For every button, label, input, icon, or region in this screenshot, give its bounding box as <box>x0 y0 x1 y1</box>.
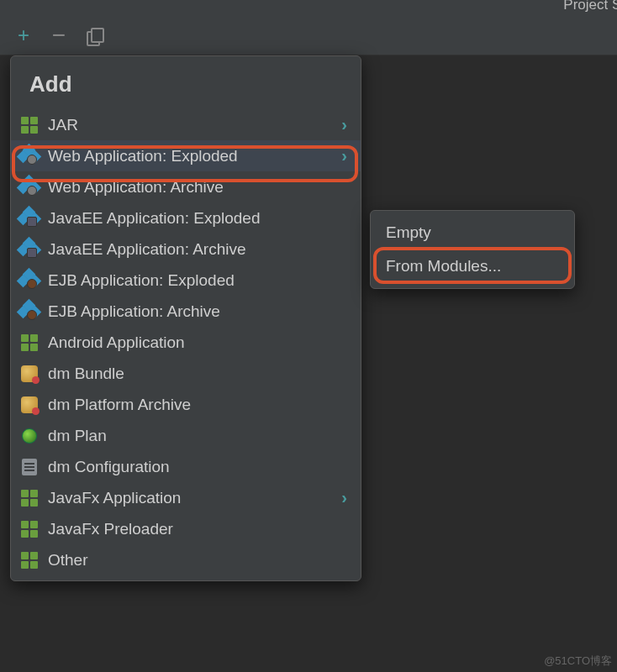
menu-item-label: JavaFx Preloader <box>48 520 352 538</box>
menu-item[interactable]: dm Configuration <box>11 451 361 482</box>
menu-item[interactable]: dm Platform Archive <box>11 389 361 420</box>
menu-item-label: JAR <box>48 116 341 134</box>
menu-item-label: dm Platform Archive <box>48 396 352 414</box>
ejb-icon <box>19 270 40 291</box>
menu-item[interactable]: JavaFx Application› <box>11 482 361 513</box>
toolbar: + − <box>0 15 617 55</box>
remove-button[interactable]: − <box>50 27 67 44</box>
menu-item[interactable]: JavaFx Preloader <box>11 513 361 544</box>
menu-item-label: EJB Application: Exploded <box>48 271 352 290</box>
plan-icon <box>19 426 40 446</box>
menu-item-label: JavaEE Application: Exploded <box>48 209 352 228</box>
menu-item-label: dm Plan <box>48 427 352 445</box>
plus-icon: + <box>18 24 29 47</box>
menu-item[interactable]: EJB Application: Archive <box>11 296 361 327</box>
copy-button[interactable] <box>86 27 103 44</box>
jar-icon <box>19 333 40 353</box>
menu-item[interactable]: dm Bundle <box>11 358 361 389</box>
web-icon <box>19 146 40 166</box>
menu-item-label: Android Application <box>48 333 352 352</box>
submenu-item-label: From Modules... <box>386 257 566 276</box>
jar-icon <box>19 115 40 135</box>
menu-item-label: Web Application: Archive <box>48 178 352 197</box>
submenu-item-label: Empty <box>386 223 566 242</box>
menu-item[interactable]: Android Application <box>11 327 361 358</box>
add-popup-menu: Add JAR›Web Application: Exploded›Web Ap… <box>10 55 361 581</box>
file-icon <box>19 457 40 477</box>
chevron-right-icon: › <box>341 146 347 165</box>
menu-item-label: JavaFx Application <box>48 489 341 507</box>
menu-item[interactable]: EJB Application: Exploded <box>11 265 361 296</box>
menu-item-label: dm Bundle <box>48 365 352 383</box>
watermark: @51CTO博客 <box>544 654 612 669</box>
menu-item-label: EJB Application: Archive <box>48 302 352 321</box>
menu-item[interactable]: JavaEE Application: Archive <box>11 234 361 265</box>
menu-item[interactable]: Web Application: Archive <box>11 171 361 202</box>
bundle-icon <box>19 364 40 384</box>
submenu-item[interactable]: From Modules... <box>371 249 574 283</box>
menu-item[interactable]: dm Plan <box>11 420 361 451</box>
window-header: Project St <box>0 0 617 15</box>
menu-item-label: Web Application: Exploded <box>48 147 341 165</box>
javaee-icon <box>19 208 40 228</box>
menu-item-label: JavaEE Application: Archive <box>48 240 352 259</box>
jar-icon <box>19 519 40 539</box>
chevron-right-icon: › <box>341 115 347 134</box>
javaee-icon <box>19 239 40 260</box>
add-submenu: EmptyFrom Modules... <box>370 210 575 289</box>
jar-icon <box>19 550 40 570</box>
menu-item-label: Other <box>48 551 352 570</box>
menu-item[interactable]: Web Application: Exploded› <box>11 140 361 171</box>
bundle-icon <box>19 395 40 415</box>
submenu-item[interactable]: Empty <box>371 216 574 249</box>
ejb-icon <box>19 302 40 322</box>
minus-icon: − <box>52 22 66 49</box>
menu-item[interactable]: JAR› <box>11 109 361 140</box>
chevron-right-icon: › <box>341 488 347 507</box>
add-button[interactable]: + <box>15 27 32 44</box>
menu-item[interactable]: JavaEE Application: Exploded <box>11 202 361 234</box>
web-icon <box>19 177 40 197</box>
menu-item[interactable]: Other <box>11 544 361 575</box>
window-title: Project St <box>563 0 617 13</box>
jar-icon <box>19 488 40 508</box>
menu-item-label: dm Configuration <box>48 458 352 476</box>
menu-title: Add <box>11 56 361 109</box>
copy-icon <box>87 28 102 43</box>
